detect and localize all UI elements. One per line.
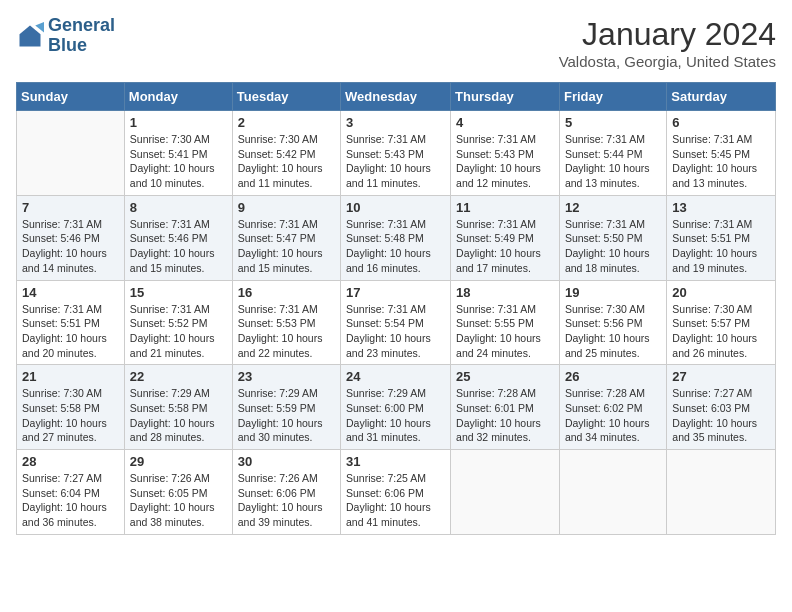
calendar-week-row: 1Sunrise: 7:30 AM Sunset: 5:41 PM Daylig… xyxy=(17,111,776,196)
calendar-week-row: 7Sunrise: 7:31 AM Sunset: 5:46 PM Daylig… xyxy=(17,195,776,280)
calendar-day-cell xyxy=(667,450,776,535)
calendar-day-cell: 22Sunrise: 7:29 AM Sunset: 5:58 PM Dayli… xyxy=(124,365,232,450)
day-number: 21 xyxy=(22,369,119,384)
calendar-day-cell: 21Sunrise: 7:30 AM Sunset: 5:58 PM Dayli… xyxy=(17,365,125,450)
calendar-day-cell: 11Sunrise: 7:31 AM Sunset: 5:49 PM Dayli… xyxy=(451,195,560,280)
calendar-day-cell: 5Sunrise: 7:31 AM Sunset: 5:44 PM Daylig… xyxy=(559,111,666,196)
location: Valdosta, Georgia, United States xyxy=(559,53,776,70)
calendar-week-row: 14Sunrise: 7:31 AM Sunset: 5:51 PM Dayli… xyxy=(17,280,776,365)
calendar-day-cell: 8Sunrise: 7:31 AM Sunset: 5:46 PM Daylig… xyxy=(124,195,232,280)
day-number: 10 xyxy=(346,200,445,215)
weekday-header: Thursday xyxy=(451,83,560,111)
calendar-day-cell xyxy=(451,450,560,535)
day-number: 19 xyxy=(565,285,661,300)
day-number: 11 xyxy=(456,200,554,215)
day-number: 18 xyxy=(456,285,554,300)
day-number: 30 xyxy=(238,454,335,469)
day-info: Sunrise: 7:27 AM Sunset: 6:03 PM Dayligh… xyxy=(672,386,770,445)
day-number: 17 xyxy=(346,285,445,300)
calendar-day-cell: 17Sunrise: 7:31 AM Sunset: 5:54 PM Dayli… xyxy=(341,280,451,365)
day-info: Sunrise: 7:31 AM Sunset: 5:48 PM Dayligh… xyxy=(346,217,445,276)
day-info: Sunrise: 7:31 AM Sunset: 5:43 PM Dayligh… xyxy=(456,132,554,191)
weekday-header: Tuesday xyxy=(232,83,340,111)
logo: General Blue xyxy=(16,16,115,56)
calendar-day-cell: 12Sunrise: 7:31 AM Sunset: 5:50 PM Dayli… xyxy=(559,195,666,280)
weekday-header: Monday xyxy=(124,83,232,111)
weekday-header: Saturday xyxy=(667,83,776,111)
weekday-header: Friday xyxy=(559,83,666,111)
calendar-day-cell: 23Sunrise: 7:29 AM Sunset: 5:59 PM Dayli… xyxy=(232,365,340,450)
calendar-day-cell: 27Sunrise: 7:27 AM Sunset: 6:03 PM Dayli… xyxy=(667,365,776,450)
calendar-day-cell: 10Sunrise: 7:31 AM Sunset: 5:48 PM Dayli… xyxy=(341,195,451,280)
day-number: 6 xyxy=(672,115,770,130)
logo-text: General Blue xyxy=(48,16,115,56)
day-number: 23 xyxy=(238,369,335,384)
calendar-day-cell: 3Sunrise: 7:31 AM Sunset: 5:43 PM Daylig… xyxy=(341,111,451,196)
day-info: Sunrise: 7:30 AM Sunset: 5:56 PM Dayligh… xyxy=(565,302,661,361)
calendar-day-cell xyxy=(17,111,125,196)
day-number: 14 xyxy=(22,285,119,300)
month-title: January 2024 xyxy=(559,16,776,53)
calendar-day-cell: 4Sunrise: 7:31 AM Sunset: 5:43 PM Daylig… xyxy=(451,111,560,196)
day-number: 12 xyxy=(565,200,661,215)
weekday-header: Sunday xyxy=(17,83,125,111)
calendar-day-cell: 2Sunrise: 7:30 AM Sunset: 5:42 PM Daylig… xyxy=(232,111,340,196)
day-info: Sunrise: 7:31 AM Sunset: 5:51 PM Dayligh… xyxy=(672,217,770,276)
calendar-day-cell: 9Sunrise: 7:31 AM Sunset: 5:47 PM Daylig… xyxy=(232,195,340,280)
calendar-day-cell: 16Sunrise: 7:31 AM Sunset: 5:53 PM Dayli… xyxy=(232,280,340,365)
day-info: Sunrise: 7:31 AM Sunset: 5:47 PM Dayligh… xyxy=(238,217,335,276)
day-info: Sunrise: 7:30 AM Sunset: 5:41 PM Dayligh… xyxy=(130,132,227,191)
day-number: 15 xyxy=(130,285,227,300)
calendar-day-cell: 6Sunrise: 7:31 AM Sunset: 5:45 PM Daylig… xyxy=(667,111,776,196)
day-number: 29 xyxy=(130,454,227,469)
day-info: Sunrise: 7:31 AM Sunset: 5:45 PM Dayligh… xyxy=(672,132,770,191)
day-number: 16 xyxy=(238,285,335,300)
day-info: Sunrise: 7:31 AM Sunset: 5:46 PM Dayligh… xyxy=(22,217,119,276)
day-info: Sunrise: 7:31 AM Sunset: 5:49 PM Dayligh… xyxy=(456,217,554,276)
svg-marker-1 xyxy=(35,22,44,33)
calendar-day-cell: 31Sunrise: 7:25 AM Sunset: 6:06 PM Dayli… xyxy=(341,450,451,535)
calendar-day-cell: 15Sunrise: 7:31 AM Sunset: 5:52 PM Dayli… xyxy=(124,280,232,365)
calendar-day-cell: 20Sunrise: 7:30 AM Sunset: 5:57 PM Dayli… xyxy=(667,280,776,365)
day-info: Sunrise: 7:29 AM Sunset: 6:00 PM Dayligh… xyxy=(346,386,445,445)
calendar-day-cell xyxy=(559,450,666,535)
day-number: 8 xyxy=(130,200,227,215)
day-info: Sunrise: 7:31 AM Sunset: 5:43 PM Dayligh… xyxy=(346,132,445,191)
day-info: Sunrise: 7:30 AM Sunset: 5:57 PM Dayligh… xyxy=(672,302,770,361)
day-number: 24 xyxy=(346,369,445,384)
day-info: Sunrise: 7:31 AM Sunset: 5:53 PM Dayligh… xyxy=(238,302,335,361)
day-number: 1 xyxy=(130,115,227,130)
day-info: Sunrise: 7:30 AM Sunset: 5:42 PM Dayligh… xyxy=(238,132,335,191)
day-number: 28 xyxy=(22,454,119,469)
day-info: Sunrise: 7:26 AM Sunset: 6:06 PM Dayligh… xyxy=(238,471,335,530)
day-number: 2 xyxy=(238,115,335,130)
calendar-day-cell: 13Sunrise: 7:31 AM Sunset: 5:51 PM Dayli… xyxy=(667,195,776,280)
calendar-day-cell: 28Sunrise: 7:27 AM Sunset: 6:04 PM Dayli… xyxy=(17,450,125,535)
day-info: Sunrise: 7:31 AM Sunset: 5:44 PM Dayligh… xyxy=(565,132,661,191)
title-block: January 2024 Valdosta, Georgia, United S… xyxy=(559,16,776,70)
calendar-day-cell: 24Sunrise: 7:29 AM Sunset: 6:00 PM Dayli… xyxy=(341,365,451,450)
calendar-week-row: 21Sunrise: 7:30 AM Sunset: 5:58 PM Dayli… xyxy=(17,365,776,450)
page-header: General Blue January 2024 Valdosta, Geor… xyxy=(16,16,776,70)
day-info: Sunrise: 7:28 AM Sunset: 6:01 PM Dayligh… xyxy=(456,386,554,445)
day-number: 9 xyxy=(238,200,335,215)
day-info: Sunrise: 7:31 AM Sunset: 5:52 PM Dayligh… xyxy=(130,302,227,361)
day-info: Sunrise: 7:28 AM Sunset: 6:02 PM Dayligh… xyxy=(565,386,661,445)
calendar-header-row: SundayMondayTuesdayWednesdayThursdayFrid… xyxy=(17,83,776,111)
calendar-day-cell: 30Sunrise: 7:26 AM Sunset: 6:06 PM Dayli… xyxy=(232,450,340,535)
svg-marker-0 xyxy=(20,25,41,46)
day-number: 3 xyxy=(346,115,445,130)
day-number: 26 xyxy=(565,369,661,384)
day-info: Sunrise: 7:29 AM Sunset: 5:59 PM Dayligh… xyxy=(238,386,335,445)
day-number: 13 xyxy=(672,200,770,215)
logo-icon xyxy=(16,22,44,50)
calendar-day-cell: 26Sunrise: 7:28 AM Sunset: 6:02 PM Dayli… xyxy=(559,365,666,450)
calendar-day-cell: 1Sunrise: 7:30 AM Sunset: 5:41 PM Daylig… xyxy=(124,111,232,196)
calendar-day-cell: 19Sunrise: 7:30 AM Sunset: 5:56 PM Dayli… xyxy=(559,280,666,365)
day-info: Sunrise: 7:29 AM Sunset: 5:58 PM Dayligh… xyxy=(130,386,227,445)
day-number: 4 xyxy=(456,115,554,130)
day-info: Sunrise: 7:30 AM Sunset: 5:58 PM Dayligh… xyxy=(22,386,119,445)
day-info: Sunrise: 7:31 AM Sunset: 5:51 PM Dayligh… xyxy=(22,302,119,361)
day-number: 5 xyxy=(565,115,661,130)
weekday-header: Wednesday xyxy=(341,83,451,111)
